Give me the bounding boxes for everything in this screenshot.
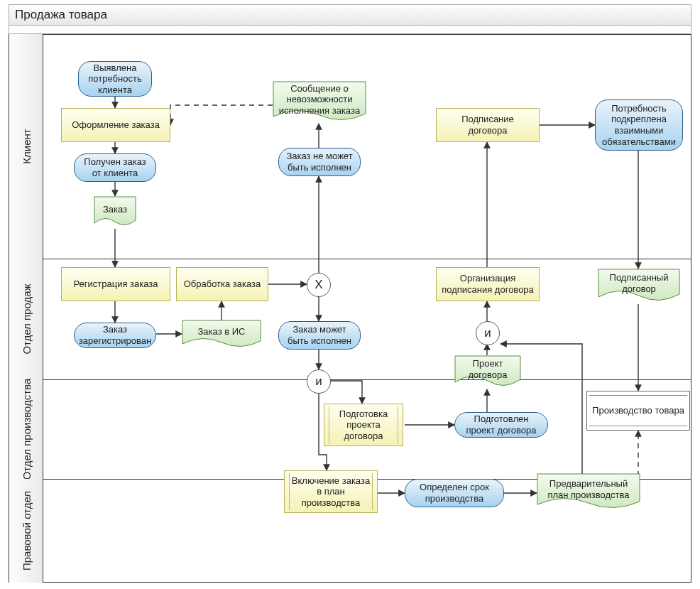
lane-label: Отдел продаж — [20, 283, 32, 354]
document-label: Сообщение о невозможности исполнения зак… — [273, 81, 366, 118]
document-signed-contract: Подписанный договор — [598, 269, 680, 304]
document-preliminary-plan: Предварительный план производства — [537, 473, 640, 512]
event-draft-prepared: Подготовлен проект договора — [454, 412, 548, 438]
task-register-order: Регистрация заказа — [61, 267, 170, 301]
document-order-is: Заказ в ИС — [182, 320, 261, 350]
task-process-order: Обработка заказа — [176, 267, 268, 301]
document-label: Подписанный договор — [598, 269, 680, 298]
subprocess-production: Производство товара — [586, 391, 690, 431]
document-label: Заказ — [94, 196, 136, 223]
gateway-and-join: и — [476, 321, 500, 345]
event-order-received: Получен заказ от клиента — [74, 153, 156, 182]
task-organize-signing: Организация подписания договора — [436, 267, 540, 301]
lane-sep — [9, 34, 691, 35]
document-label: Предварительный план производства — [537, 473, 640, 506]
event-term-defined: Определен срок производства — [405, 479, 504, 507]
event-order-registered: Заказ зарегистрирован — [74, 323, 156, 348]
document-order: Заказ — [94, 196, 136, 229]
document-label: Заказ в ИС — [182, 320, 261, 344]
lane-label: Правовой отдел — [20, 491, 32, 571]
task-sign-contract: Подписание договора — [436, 108, 540, 142]
lane-header-production: Отдел производства — [9, 379, 43, 479]
task-include-in-plan: Включение заказа в план производства — [284, 470, 378, 513]
event-can-fulfill: Заказ может быть исполнен — [278, 321, 361, 350]
document-contract-draft: Проект договора — [454, 355, 521, 389]
event-cannot-fulfill: Заказ не может быть исполнен — [278, 148, 361, 176]
diagram-frame: Продажа товара Клиент Отдел продаж Отдел… — [0, 0, 700, 589]
event-obligations: Потребность подкреплена взаимными обязат… — [595, 99, 683, 151]
lane-header-legal: Правовой отдел — [9, 479, 43, 583]
gateway-and-split: и — [307, 369, 331, 394]
lane-header-client: Клиент — [9, 34, 43, 259]
gateway-xor: X — [307, 273, 331, 297]
diagram-title-bar: Продажа товара — [9, 4, 691, 26]
lane-label: Клиент — [20, 129, 32, 163]
lane-sep — [9, 379, 691, 380]
document-label: Проект договора — [454, 355, 521, 384]
task-prepare-contract-draft: Подготовка проекта договора — [324, 404, 403, 446]
task-order-creation: Оформление заказа — [61, 108, 170, 142]
event-need-identified: Выявлена потребность клиента — [78, 61, 152, 97]
pool-strip — [9, 26, 691, 34]
diagram-title: Продажа товара — [15, 8, 107, 22]
document-reject-message: Сообщение о невозможности исполнения зак… — [273, 81, 366, 124]
lane-sep — [9, 259, 691, 259]
lane-header-sales: Отдел продаж — [9, 259, 43, 379]
lane-label: Отдел производства — [20, 379, 32, 480]
